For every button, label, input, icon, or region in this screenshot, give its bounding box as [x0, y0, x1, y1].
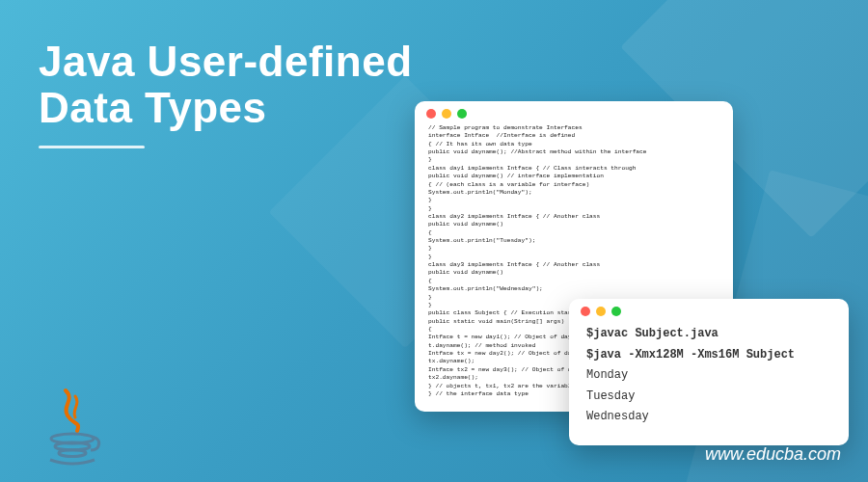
java-logo-icon — [29, 378, 116, 474]
terminal-output: $javac Subject.java $java -Xmx128M -Xms1… — [569, 320, 849, 445]
terminal-command: $java -Xmx128M -Xms16M Subject — [586, 348, 795, 362]
title-line-2: Data Types — [39, 85, 413, 131]
maximize-icon — [457, 109, 467, 119]
terminal-line: Monday — [586, 368, 628, 382]
window-traffic-lights — [569, 299, 849, 320]
title-line-1: Java User-defined — [39, 39, 413, 85]
svg-point-2 — [59, 450, 86, 457]
minimize-icon — [596, 307, 606, 316]
page-title: Java User-defined Data Types — [39, 39, 413, 148]
website-url: www.educba.com — [705, 444, 841, 465]
terminal-command: $javac Subject.java — [586, 327, 719, 340]
terminal-line: Wednesday — [586, 410, 649, 423]
terminal-line: Tuesday — [586, 389, 635, 403]
minimize-icon — [442, 109, 451, 119]
close-icon — [426, 109, 436, 119]
maximize-icon — [611, 307, 621, 316]
title-underline — [39, 146, 145, 148]
window-traffic-lights — [415, 101, 733, 122]
code-window-terminal: $javac Subject.java $java -Xmx128M -Xms1… — [569, 299, 849, 445]
close-icon — [581, 307, 590, 316]
